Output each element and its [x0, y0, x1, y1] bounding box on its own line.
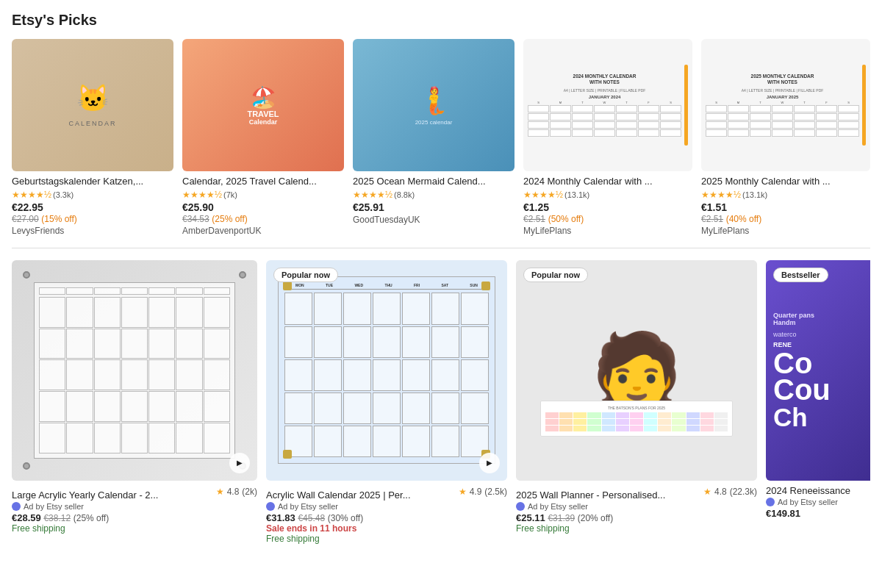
sale-text: Sale ends in 11 hours: [266, 523, 507, 534]
product-title: Geburtstagskalender Katzen,...: [12, 176, 173, 188]
review-count: (2k): [242, 487, 257, 497]
ads-row: ▶ Large Acrylic Yearly Calendar - 2... ★…: [12, 260, 870, 544]
price-original-row: €2.51 (40% off): [701, 213, 870, 224]
ad-card-acrylic2[interactable]: Popular now MON TUE WED THU FRI SAT SUN: [262, 260, 512, 544]
price-original-row: €27.00 (15% off): [12, 213, 173, 224]
play-button[interactable]: ▶: [229, 453, 250, 473]
price-current: €1.25: [523, 201, 692, 213]
star-icon: ★★★★½: [182, 190, 222, 200]
ad-card-rene[interactable]: Bestseller Quarter pansHandm waterco REN…: [761, 260, 870, 544]
free-shipping: Free shipping: [12, 523, 257, 534]
ad-title-2: Acrylic Wall Calendar 2025 | Per...: [266, 490, 454, 501]
ad-price-current-4: €149.81: [766, 508, 800, 519]
seller-name: GoodTuesdayUK: [353, 215, 514, 225]
ad-rating-3: ★ 4.8 (22.3k): [703, 487, 757, 497]
review-count: (8.8k): [394, 190, 415, 199]
price-current: €25.90: [182, 201, 344, 213]
seller-name: MyLifePlans: [523, 226, 692, 236]
product-stars: ★★★★½ (7k): [182, 190, 344, 200]
product-card-panda[interactable]: 🐱 CALENDAR Geburtstagskalender Katzen,..…: [12, 39, 173, 236]
popular-badge-2: Popular now: [523, 268, 588, 282]
ad-price-current: €28.59: [12, 512, 41, 523]
product-title: 2025 Ocean Mermaid Calend...: [353, 176, 514, 188]
ad-label-4: Ad by Etsy seller: [766, 498, 870, 506]
seller-name: LevysFriends: [12, 226, 173, 236]
ad-title-3: 2025 Wall Planner - Personalised...: [516, 490, 699, 501]
ad-label: Ad by Etsy seller: [12, 502, 257, 511]
ad-price-row: €28.59 €38.12 (25% off): [12, 512, 257, 523]
discount: (50% off): [548, 214, 584, 224]
ad-label-2: Ad by Etsy seller: [266, 502, 507, 511]
main-page: Etsy's Picks 🐱 CALENDAR Geburtstagskalen…: [0, 0, 882, 556]
product-image-travel: 🏖️ TRAVEL Calendar: [182, 39, 344, 171]
discount: (25% off): [212, 214, 247, 224]
price-original-row: €34.53 (25% off): [182, 213, 344, 224]
review-count: (13.1k): [564, 190, 589, 199]
ad-price-row-2: €31.83 €45.48 (30% off): [266, 512, 507, 523]
ad-label-3: Ad by Etsy seller: [516, 502, 757, 511]
price-current: €1.51: [701, 201, 870, 213]
ad-image-rene: Bestseller Quarter pansHandm waterco REN…: [766, 260, 870, 481]
product-card-travel[interactable]: 🏖️ TRAVEL Calendar Calendar, 2025 Travel…: [182, 39, 344, 236]
ad-price-original: €38.12: [43, 513, 71, 523]
bestseller-badge: Bestseller: [773, 268, 828, 282]
price-current: €22.95: [12, 201, 173, 213]
product-title: 2025 Monthly Calendar with ...: [701, 176, 870, 188]
review-count: (3.3k): [53, 190, 74, 199]
price-original-row: €2.51 (50% off): [523, 213, 692, 224]
price-original: €2.51: [523, 214, 545, 224]
popular-badge: Popular now: [273, 268, 338, 282]
product-image-mermaid: 🧜 2025 calendar: [353, 39, 514, 171]
free-shipping-2: Free shipping: [266, 534, 507, 544]
review-count-2: (2.5k): [484, 487, 507, 497]
section-divider: [12, 248, 870, 248]
star-icon: ★★★★½: [12, 190, 51, 200]
star-icon: ★: [703, 487, 711, 497]
product-card-cal2025[interactable]: 2025 MONTHLY CALENDARWITH NOTES A4 | LET…: [701, 39, 870, 236]
price-original: €27.00: [12, 214, 39, 224]
ad-card-planner[interactable]: Popular now 🧑 THE BATSON'S PLANS FOR 202…: [512, 260, 761, 544]
product-stars: ★★★★½ (13.1k): [701, 190, 870, 200]
ad-title: Large Acrylic Yearly Calendar - 2...: [12, 490, 212, 501]
ad-card-acrylic1[interactable]: ▶ Large Acrylic Yearly Calendar - 2... ★…: [12, 260, 262, 544]
ad-dot-icon-4: [766, 498, 775, 506]
star-icon: ★★★★½: [523, 190, 563, 200]
section-title: Etsy's Picks: [12, 12, 870, 29]
discount: (40% off): [726, 214, 761, 224]
product-card-cal2024[interactable]: 2024 MONTHLY CALENDARWITH NOTES A4 | LET…: [523, 39, 692, 236]
star-icon: ★: [216, 487, 224, 497]
ad-dot-icon: [12, 502, 21, 511]
top-picks-row: 🐱 CALENDAR Geburtstagskalender Katzen,..…: [12, 39, 870, 236]
product-image-cal2025: 2025 MONTHLY CALENDARWITH NOTES A4 | LET…: [701, 39, 870, 171]
review-count: (7k): [223, 190, 237, 199]
ad-title-4: 2024 Reneeissance: [766, 485, 870, 496]
price-original: €2.51: [701, 214, 723, 224]
play-button-2[interactable]: ▶: [479, 453, 500, 473]
ad-price-row-3: €25.11 €31.39 (20% off): [516, 512, 757, 523]
review-count-3: (22.3k): [730, 487, 757, 497]
ad-price-original-3: €31.39: [548, 513, 575, 523]
free-shipping-3: Free shipping: [516, 523, 757, 534]
ad-image-acrylic1: ▶: [12, 260, 257, 481]
product-card-mermaid[interactable]: 🧜 2025 calendar 2025 Ocean Mermaid Calen…: [353, 39, 514, 236]
star-icon: ★★★★½: [701, 190, 741, 200]
product-stars: ★★★★½ (13.1k): [523, 190, 692, 200]
ad-rating: ★ 4.8 (2k): [216, 487, 257, 497]
seller-name: MyLifePlans: [701, 226, 870, 236]
ad-rating-2: ★ 4.9 (2.5k): [459, 487, 507, 497]
ad-price-current-2: €31.83: [266, 512, 295, 523]
ad-discount-3: (20% off): [578, 513, 613, 523]
seller-name: AmberDavenportUK: [182, 226, 344, 236]
ad-dot-icon-2: [266, 502, 275, 511]
ad-price-row-4: €149.81: [766, 508, 870, 519]
ad-discount-2: (30% off): [328, 513, 363, 523]
price-current: €25.91: [353, 201, 514, 213]
star-icon: ★: [459, 487, 467, 497]
product-title: Calendar, 2025 Travel Calend...: [182, 176, 344, 188]
review-count: (13.1k): [742, 190, 767, 199]
product-image-panda: 🐱 CALENDAR: [12, 39, 173, 171]
ad-discount: (25% off): [74, 513, 109, 523]
ad-dot-icon-3: [516, 502, 525, 511]
product-stars: ★★★★½ (8.8k): [353, 190, 514, 200]
ad-price-original-2: €45.48: [298, 513, 325, 523]
